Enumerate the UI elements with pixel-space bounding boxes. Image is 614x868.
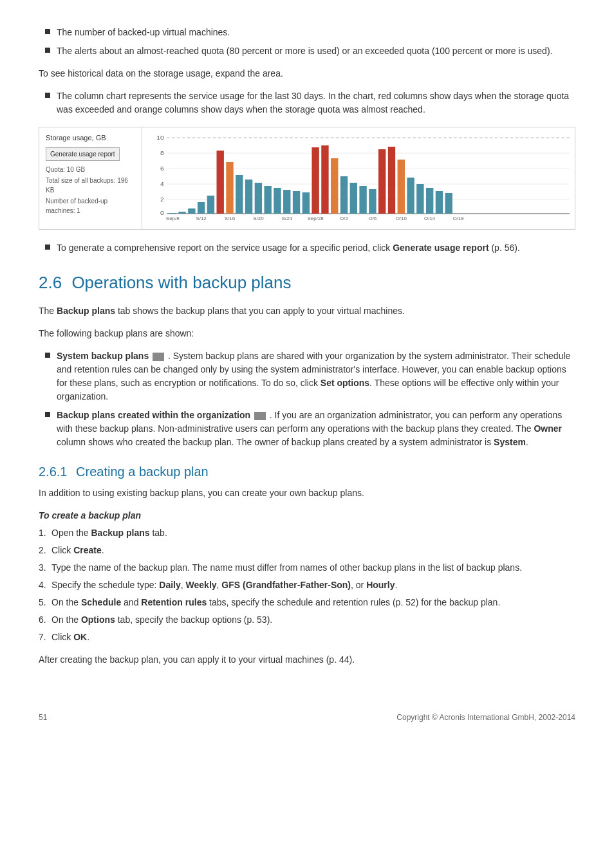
after-creating: After creating the backup plan, you can … [39, 653, 575, 667]
top-bullet-list: The number of backed-up virtual machines… [39, 26, 575, 58]
bullet-icon-generate [45, 245, 50, 250]
svg-rect-27 [312, 147, 319, 214]
section-26-title: Operations with backup plans [71, 273, 291, 292]
svg-text:8: 8 [160, 150, 164, 156]
step-6-text: On the Options tab, specify the backup o… [51, 613, 272, 627]
step-2-num: 2. [39, 544, 51, 557]
step-1: 1. Open the Backup plans tab. [39, 526, 575, 540]
generate-bullet-list: To generate a comprehensive report on th… [39, 241, 575, 255]
backed-up-stat: Number of backed-up machines: 1 [46, 196, 135, 216]
storage-title: Storage usage, GB [46, 133, 135, 143]
step-3-num: 3. [39, 561, 51, 575]
step-2: 2. Click Create. [39, 544, 575, 557]
svg-rect-23 [274, 188, 281, 214]
section-261-num: 2.6.1 [39, 465, 67, 479]
generate-bullet-text: To generate a comprehensive report on th… [57, 241, 520, 255]
svg-text:S/16: S/16 [225, 216, 235, 221]
step-4-text: Specify the schedule type: Daily, Weekly… [51, 578, 397, 592]
svg-text:S/12: S/12 [196, 216, 206, 221]
org-icon [254, 412, 266, 420]
org-plans-bold: Backup plans created within the organiza… [57, 410, 250, 420]
bullet-text-1: The number of backed-up virtual machines… [57, 26, 230, 39]
svg-rect-22 [264, 186, 271, 214]
chart-svg: 10 8 6 4 2 0 [145, 131, 570, 221]
svg-rect-26 [302, 192, 310, 214]
svg-rect-19 [236, 175, 243, 214]
step-1-text: Open the Backup plans tab. [51, 526, 167, 540]
plan-bullet-system: System backup plans . System backup plan… [45, 349, 575, 403]
svg-rect-31 [350, 183, 357, 214]
svg-rect-41 [445, 193, 452, 214]
svg-text:2: 2 [160, 196, 164, 203]
svg-rect-34 [378, 149, 386, 214]
chart-bullet-item: The column chart represents the service … [45, 89, 575, 116]
generate-usage-report-btn[interactable]: Generate usage report [46, 147, 120, 161]
backup-plans-bold: Backup plans [57, 306, 115, 316]
svg-rect-15 [198, 202, 205, 214]
step-4-num: 4. [39, 578, 51, 592]
svg-rect-40 [436, 191, 443, 214]
system-icon [153, 353, 164, 361]
bullet-item-2: The alerts about an almost-reached quota… [45, 44, 575, 58]
svg-rect-36 [398, 160, 405, 214]
svg-rect-21 [255, 183, 262, 214]
step-7-text: Click OK. [51, 631, 89, 644]
svg-rect-20 [245, 180, 252, 214]
step-6: 6. On the Options tab, specify the backu… [39, 613, 575, 627]
step-5-text: On the Schedule and Retention rules tabs… [51, 596, 500, 609]
svg-text:O/14: O/14 [424, 216, 435, 221]
generate-para-1: To generate a comprehensive report on th… [57, 243, 393, 253]
step-7-num: 7. [39, 631, 51, 644]
to-create-heading: To create a backup plan [39, 509, 575, 522]
svg-rect-28 [321, 145, 328, 214]
step-6-num: 6. [39, 613, 51, 627]
section-261-title: Creating a backup plan [76, 465, 209, 479]
total-size-stat: Total size of all backups: 196 KB [46, 176, 135, 195]
svg-text:10: 10 [156, 134, 163, 141]
section-26-heading: 2.6 Operations with backup plans [39, 270, 575, 298]
svg-text:6: 6 [160, 165, 164, 172]
svg-rect-17 [217, 151, 224, 214]
svg-text:0: 0 [160, 210, 164, 216]
bullet-item-1: The number of backed-up virtual machines… [45, 26, 575, 39]
svg-rect-39 [426, 188, 433, 214]
svg-text:4: 4 [160, 181, 164, 187]
svg-text:Sep/8: Sep/8 [166, 216, 180, 221]
section-261-heading: 2.6.1 Creating a backup plan [39, 462, 575, 481]
svg-rect-25 [293, 191, 300, 214]
historical-para: To see historical data on the storage us… [39, 67, 575, 80]
svg-rect-12 [169, 213, 176, 214]
bullet-icon-2 [45, 48, 50, 53]
step-7: 7. Click OK. [39, 631, 575, 644]
step-4: 4. Specify the schedule type: Daily, Wee… [39, 578, 575, 592]
chart-right-panel: 10 8 6 4 2 0 [142, 127, 575, 229]
plan-bullet-org-text: Backup plans created within the organiza… [57, 409, 575, 449]
system-plans-bold: System backup plans [57, 351, 149, 361]
svg-text:O/6: O/6 [368, 216, 377, 221]
bullet-text-2: The alerts about an almost-reached quota… [57, 44, 552, 58]
generate-bullet-item: To generate a comprehensive report on th… [45, 241, 575, 255]
bullet-icon-system [45, 353, 50, 358]
creating-intro: In addition to using existing backup pla… [39, 486, 575, 500]
svg-rect-14 [188, 208, 195, 214]
svg-rect-24 [283, 190, 290, 214]
svg-rect-33 [369, 189, 376, 214]
svg-rect-32 [359, 186, 366, 214]
svg-rect-13 [178, 212, 185, 214]
step-2-text: Click Create. [51, 544, 104, 557]
page-footer: 51 Copyright © Acronis International Gmb… [39, 705, 575, 723]
svg-text:O/18: O/18 [452, 216, 463, 221]
following-plans: The following backup plans are shown: [39, 327, 575, 340]
page-number: 51 [39, 712, 47, 723]
plan-bullet-system-text: System backup plans . System backup plan… [57, 349, 575, 403]
step-5-num: 5. [39, 596, 51, 609]
svg-text:S/24: S/24 [282, 216, 292, 221]
copyright: Copyright © Acronis International GmbH, … [396, 712, 575, 723]
chart-left-panel: Storage usage, GB Generate usage report … [39, 127, 142, 229]
plan-bullet-org: Backup plans created within the organiza… [45, 409, 575, 449]
step-1-num: 1. [39, 526, 51, 540]
svg-rect-37 [407, 178, 414, 214]
svg-rect-29 [331, 158, 338, 214]
svg-text:Sep/28: Sep/28 [308, 216, 324, 221]
bullet-icon-chart [45, 93, 50, 98]
